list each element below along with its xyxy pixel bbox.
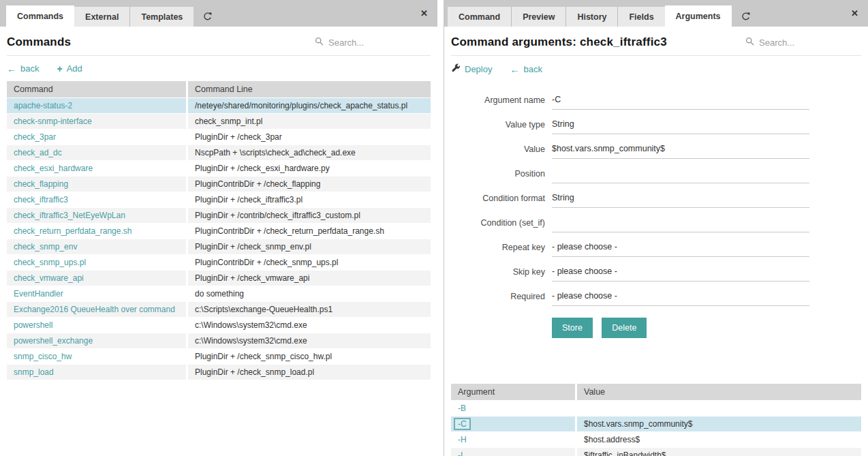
command-line-cell: PluginContribDir + /check_snmp_ups.pl [188, 255, 431, 270]
right-header-row: Command arguments: check_iftraffic3 [451, 27, 861, 56]
table-row[interactable]: -H$host.address$ [451, 432, 861, 447]
refresh-icon[interactable] [741, 12, 751, 22]
table-row[interactable]: check_esxi_hardwarePluginDir + /check_es… [7, 161, 431, 176]
search-input[interactable] [327, 37, 431, 48]
table-row[interactable]: Exchange2016 QueueHealth over commandc:\… [7, 302, 431, 317]
form-field-position[interactable] [552, 168, 809, 183]
right-search [745, 36, 861, 48]
command-link[interactable]: EventHandler [14, 289, 63, 299]
table-row[interactable]: check_flappingPluginContribDir + /check_… [7, 177, 431, 192]
table-row[interactable]: powershell_exchangec:\Windows\system32\c… [7, 333, 431, 348]
command-link[interactable]: check-snmp-interface [14, 117, 92, 126]
form-field-value[interactable]: $host.vars.snmp_community$ [552, 144, 809, 159]
form-field-condition-set-if[interactable] [552, 217, 809, 232]
tab-commands[interactable]: Commands [6, 5, 74, 27]
deploy-link[interactable]: Deploy [451, 63, 492, 75]
command-cell: EventHandler [7, 286, 188, 301]
form-field-value-type[interactable]: String [552, 119, 809, 134]
tab-command[interactable]: Command [448, 7, 511, 27]
table-row[interactable]: check-snmp-interfacecheck_snmp_int.pl [7, 114, 431, 129]
argument-link[interactable]: -I [458, 451, 463, 456]
arguments-table-wrap: Argument Value -B-C$host.vars.snmp_commu… [451, 383, 861, 456]
tab-preview[interactable]: Preview [511, 7, 565, 27]
table-row[interactable]: check_snmp_envPluginDir + /check_snmp_en… [7, 239, 431, 254]
command-link[interactable]: check_ad_dc [14, 148, 62, 157]
table-row[interactable]: check_snmp_ups.plPluginContribDir + /che… [7, 255, 431, 270]
command-link[interactable]: powershell [14, 320, 52, 330]
command-line-cell: PluginDir + /check_vmware_api [188, 271, 431, 286]
command-link[interactable]: Exchange2016 QueueHealth over command [14, 305, 175, 314]
argument-link[interactable]: -H [458, 435, 467, 444]
argument-link[interactable]: -B [458, 404, 466, 413]
search-input[interactable] [758, 37, 861, 48]
close-icon[interactable]: ✕ [851, 8, 858, 18]
command-link[interactable]: check_return_perfdata_range.sh [14, 226, 131, 236]
command-link[interactable]: snmp_cisco_hw [14, 352, 72, 361]
table-row[interactable]: powershellc:\Windows\system32\cmd.exe [7, 318, 431, 333]
back-link[interactable]: ← back [7, 63, 39, 74]
table-row[interactable]: check_return_perfdata_range.shPluginCont… [7, 224, 431, 239]
table-row[interactable]: snmp_cisco_hwPluginDir + /check_snmp_cis… [7, 349, 431, 364]
form-row: Value typeString [451, 110, 861, 134]
command-link[interactable]: apache-status-2 [14, 101, 72, 110]
argument-link[interactable]: -C [454, 418, 471, 430]
column-header-argument[interactable]: Argument [451, 384, 577, 400]
tab-external[interactable]: External [74, 7, 129, 27]
command-cell: check_iftraffic3_NetEyeWpLan [7, 208, 188, 223]
form-label-value-type: Value type [451, 120, 545, 134]
command-line-cell: PluginDir + /check_iftraffic3.pl [188, 192, 431, 207]
store-button[interactable]: Store [552, 318, 593, 338]
form-field-skip-key[interactable]: - please choose - [552, 267, 809, 282]
add-link[interactable]: + Add [57, 63, 82, 74]
left-arrow-icon: ← [7, 64, 16, 74]
commands-pane: Commands External Templates ✕ Commands [0, 0, 437, 456]
form-row: Required- please choose - [451, 282, 861, 306]
command-line-cell: PluginDir + /check_snmp_load.pl [188, 365, 431, 380]
command-link[interactable]: check_snmp_env [14, 242, 77, 252]
table-row[interactable]: check_3parPluginDir + /check_3par [7, 130, 431, 145]
command-link[interactable]: check_iftraffic3_NetEyeWpLan [14, 211, 125, 220]
table-row[interactable]: check_iftraffic3_NetEyeWpLanPluginDir + … [7, 208, 431, 223]
command-link[interactable]: check_vmware_api [14, 273, 84, 283]
tab-arguments[interactable]: Arguments [665, 5, 732, 27]
page-title: Commands [7, 35, 71, 49]
column-header-command[interactable]: Command [7, 81, 188, 97]
table-row[interactable]: -I$iftraffic_inBandwidth$ [451, 448, 861, 456]
value-cell: $iftraffic_inBandwidth$ [577, 448, 861, 456]
table-row[interactable]: check_vmware_apiPluginDir + /check_vmwar… [7, 271, 431, 286]
table-row[interactable]: snmp_loadPluginDir + /check_snmp_load.pl [7, 365, 431, 380]
command-line-cell: /neteye/shared/monitoring/plugins/check_… [188, 98, 431, 113]
table-row[interactable]: check_ad_dcNscpPath + \scripts\check_ad\… [7, 145, 431, 160]
command-link[interactable]: check_flapping [14, 179, 68, 189]
command-link[interactable]: check_3par [14, 132, 56, 142]
close-icon[interactable]: ✕ [420, 8, 428, 18]
arguments-table: Argument Value -B-C$host.vars.snmp_commu… [451, 383, 861, 456]
command-cell: check_ad_dc [7, 145, 188, 160]
form-field-condition-format[interactable]: String [552, 193, 809, 208]
table-row[interactable]: apache-status-2/neteye/shared/monitoring… [7, 98, 431, 113]
table-row[interactable]: -C$host.vars.snmp_community$ [451, 416, 861, 431]
tab-fields[interactable]: Fields [617, 7, 664, 27]
command-link[interactable]: snmp_load [14, 367, 54, 377]
table-row[interactable]: check_iftraffic3PluginDir + /check_iftra… [7, 192, 431, 207]
tab-templates[interactable]: Templates [129, 7, 193, 27]
command-link[interactable]: check_iftraffic3 [14, 195, 68, 204]
form-field-argument-name[interactable]: -C [552, 95, 809, 110]
back-link[interactable]: ← back [510, 63, 542, 75]
tab-history[interactable]: History [565, 7, 617, 27]
form-field-repeat-key[interactable]: - please choose - [552, 242, 809, 257]
form-field-required[interactable]: - please choose - [552, 291, 809, 306]
table-row[interactable]: EventHandlerdo something [7, 286, 431, 301]
delete-button[interactable]: Delete [602, 318, 647, 338]
command-cell: snmp_cisco_hw [7, 349, 188, 364]
column-header-value[interactable]: Value [577, 384, 861, 400]
command-cell: check_snmp_env [7, 239, 188, 254]
command-cell: check_iftraffic3 [7, 192, 188, 207]
command-link[interactable]: check_esxi_hardware [14, 164, 93, 173]
argument-cell: -C [451, 416, 577, 431]
command-link[interactable]: check_snmp_ups.pl [14, 258, 86, 267]
command-link[interactable]: powershell_exchange [14, 336, 93, 346]
refresh-icon[interactable] [202, 12, 213, 22]
column-header-command-line[interactable]: Command Line [188, 81, 431, 97]
table-row[interactable]: -B [451, 401, 861, 416]
